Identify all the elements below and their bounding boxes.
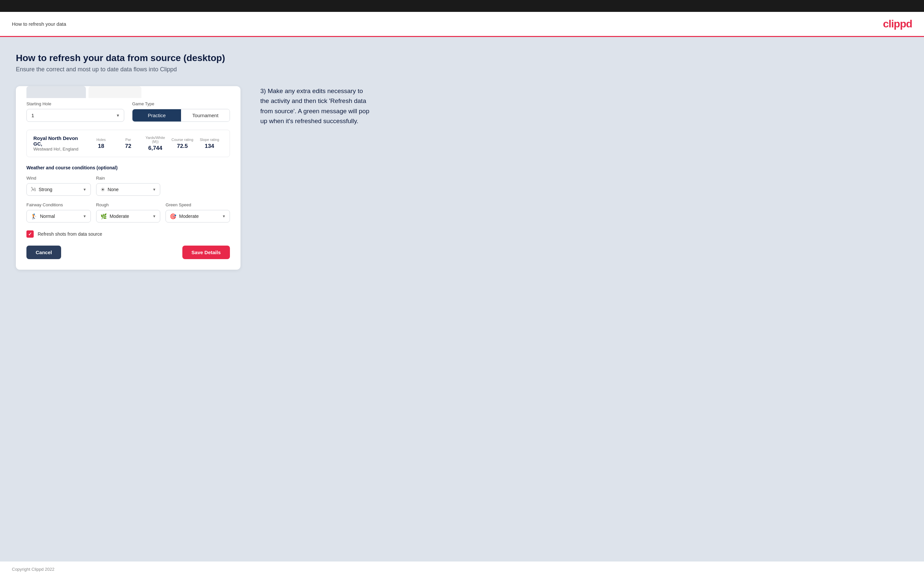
holes-value: 18: [87, 143, 115, 150]
fairway-select[interactable]: Normal Soft Firm: [40, 210, 83, 222]
cancel-button[interactable]: Cancel: [26, 246, 61, 259]
fairway-rough-green-row: Fairway Conditions 🏌 Normal Soft Firm ▼ …: [26, 202, 230, 222]
form-card: Starting Hole 1 10 ▼ Game Type Practice …: [16, 86, 241, 270]
course-name-block: Royal North Devon GC, Westward Ho!, Engl…: [33, 135, 87, 152]
yards-label: Yards/White (M)): [142, 136, 169, 143]
rough-chevron: ▼: [152, 214, 156, 218]
course-rating-stat: Course rating 72.5: [169, 138, 196, 150]
refresh-checkbox-row[interactable]: ✓ Refresh shots from data source: [26, 230, 230, 238]
rain-label: Rain: [96, 176, 160, 181]
slope-rating-value: 134: [196, 143, 223, 150]
refresh-label: Refresh shots from data source: [38, 231, 102, 237]
holes-label: Holes: [87, 138, 115, 142]
starting-hole-label: Starting Hole: [26, 102, 124, 106]
course-rating-label: Course rating: [169, 138, 196, 142]
green-speed-select[interactable]: Moderate Slow Fast: [179, 210, 222, 222]
par-stat: Par 72: [115, 138, 142, 150]
course-rating-value: 72.5: [169, 143, 196, 150]
rain-field: Rain ☀ None Light Heavy ▼: [96, 176, 160, 196]
slope-rating-label: Slope rating: [196, 138, 223, 142]
holes-stat: Holes 18: [87, 138, 115, 150]
checkmark-icon: ✓: [28, 231, 32, 237]
content-row: Starting Hole 1 10 ▼ Game Type Practice …: [16, 86, 908, 270]
instruction-text: 3) Make any extra edits necessary to the…: [260, 86, 373, 126]
fairway-icon: 🏌: [31, 213, 37, 219]
rain-select[interactable]: None Light Heavy: [108, 184, 153, 195]
yards-stat: Yards/White (M)) 6,744: [142, 136, 169, 152]
green-speed-icon: 🎯: [170, 213, 176, 219]
game-type-field: Game Type Practice Tournament: [132, 102, 230, 122]
wind-icon: 🌬: [31, 187, 36, 192]
course-name: Royal North Devon GC,: [33, 135, 87, 147]
header: How to refresh your data clippd: [0, 12, 924, 37]
side-instruction: 3) Make any extra edits necessary to the…: [260, 86, 373, 126]
green-speed-select-wrapper[interactable]: 🎯 Moderate Slow Fast ▼: [165, 210, 230, 222]
wind-select[interactable]: Strong None Light Moderate: [39, 184, 83, 195]
slope-rating-stat: Slope rating 134: [196, 138, 223, 150]
rough-icon: 🌿: [100, 213, 107, 219]
par-label: Par: [115, 138, 142, 142]
wind-chevron: ▼: [83, 187, 87, 192]
page-subheading: Ensure the correct and most up to date d…: [16, 66, 908, 73]
fairway-field: Fairway Conditions 🏌 Normal Soft Firm ▼: [26, 202, 91, 222]
wind-field: Wind 🌬 Strong None Light Moderate ▼: [26, 176, 91, 196]
starting-hole-field: Starting Hole 1 10 ▼: [26, 102, 124, 122]
rain-chevron: ▼: [152, 187, 156, 192]
game-type-label: Game Type: [132, 102, 230, 106]
fairway-chevron: ▼: [83, 214, 87, 218]
logo: clippd: [883, 18, 912, 30]
green-speed-label: Green Speed: [165, 202, 230, 207]
rough-field: Rough 🌿 Moderate Light Heavy ▼: [96, 202, 160, 222]
wind-label: Wind: [26, 176, 91, 181]
starting-hole-select-wrapper[interactable]: 1 10 ▼: [26, 109, 124, 122]
button-row: Cancel Save Details: [26, 246, 230, 259]
rough-select-wrapper[interactable]: 🌿 Moderate Light Heavy ▼: [96, 210, 160, 222]
practice-button[interactable]: Practice: [132, 109, 181, 121]
fairway-label: Fairway Conditions: [26, 202, 91, 207]
wind-select-wrapper[interactable]: 🌬 Strong None Light Moderate ▼: [26, 183, 91, 196]
green-speed-field: Green Speed 🎯 Moderate Slow Fast ▼: [165, 202, 230, 222]
refresh-checkbox[interactable]: ✓: [26, 230, 34, 238]
tournament-button[interactable]: Tournament: [181, 109, 229, 121]
save-button[interactable]: Save Details: [183, 246, 230, 259]
wind-rain-row: Wind 🌬 Strong None Light Moderate ▼ Rain: [26, 176, 230, 196]
rain-select-wrapper[interactable]: ☀ None Light Heavy ▼: [96, 183, 160, 196]
starting-hole-game-type-group: Starting Hole 1 10 ▼ Game Type Practice …: [26, 102, 230, 122]
course-location: Westward Ho!, England: [33, 147, 87, 152]
footer-text: Copyright Clippd 2022: [12, 567, 55, 572]
rough-label: Rough: [96, 202, 160, 207]
course-info-box: Royal North Devon GC, Westward Ho!, Engl…: [26, 130, 230, 157]
header-title: How to refresh your data: [12, 21, 66, 27]
fairway-select-wrapper[interactable]: 🏌 Normal Soft Firm ▼: [26, 210, 91, 222]
page-heading: How to refresh your data from source (de…: [16, 53, 908, 63]
conditions-section-title: Weather and course conditions (optional): [26, 165, 230, 170]
game-type-toggle: Practice Tournament: [132, 109, 230, 122]
starting-hole-select[interactable]: 1 10: [27, 109, 124, 121]
par-value: 72: [115, 143, 142, 150]
green-speed-chevron: ▼: [222, 214, 226, 218]
rough-select[interactable]: Moderate Light Heavy: [110, 210, 153, 222]
rain-icon: ☀: [100, 187, 105, 193]
main-content: How to refresh your data from source (de…: [0, 37, 924, 561]
footer: Copyright Clippd 2022: [0, 561, 924, 577]
yards-value: 6,744: [142, 145, 169, 152]
top-bar: [0, 0, 924, 12]
